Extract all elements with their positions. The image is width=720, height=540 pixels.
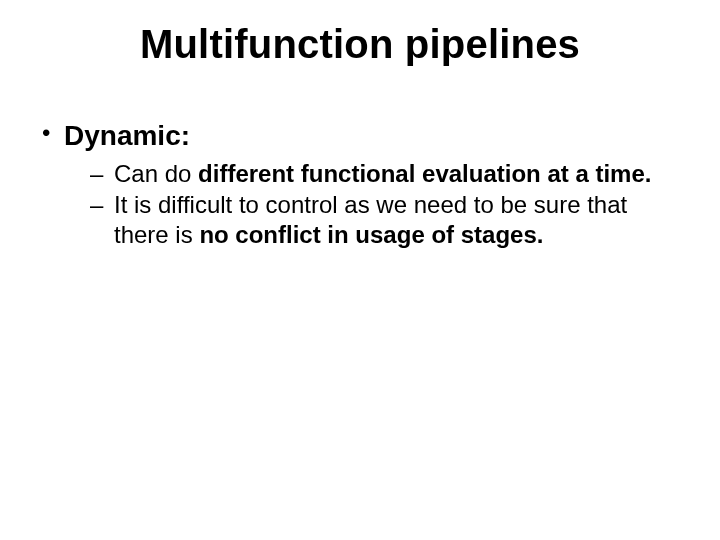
slide-body: Dynamic: Can do different functional eva… — [36, 118, 684, 255]
bullet-l2-item-0: Can do different functional evaluation a… — [90, 159, 684, 188]
slide: Multifunction pipelines Dynamic: Can do … — [0, 0, 720, 540]
text-bold: no conflict in usage of stages. — [199, 221, 543, 248]
bullet-list-level2: Can do different functional evaluation a… — [64, 159, 684, 249]
slide-title: Multifunction pipelines — [0, 22, 720, 67]
bullet-l1-dynamic: Dynamic: Can do different functional eva… — [36, 118, 684, 249]
text-bold: different functional evaluation at a tim… — [198, 160, 651, 187]
text-fragment: Can do — [114, 160, 198, 187]
bullet-l1-label: Dynamic: — [64, 120, 190, 151]
bullet-l2-item-1: It is difficult to control as we need to… — [90, 190, 684, 249]
bullet-list-level1: Dynamic: Can do different functional eva… — [36, 118, 684, 249]
